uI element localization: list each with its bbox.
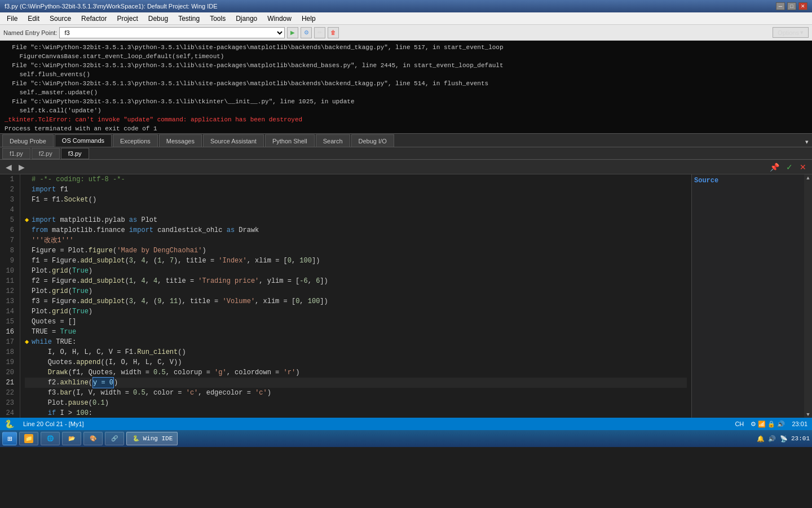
taskbar-paint[interactable]: 🎨 — [83, 432, 103, 445]
explorer-icon: 📁 — [24, 434, 33, 443]
menu-refactor[interactable]: Refactor — [77, 14, 111, 24]
options-button[interactable]: Options ▾ — [773, 27, 809, 38]
close-button[interactable]: ✕ — [798, 2, 807, 10]
tab-os-commands[interactable]: OS Commands — [55, 134, 112, 147]
output-line-5: File "c:\WinPython-32bit-3.5.1.3\python-… — [5, 79, 807, 88]
output-line-7: File "c:\WinPython-32bit-3.5.1.3\python-… — [5, 97, 807, 106]
maximize-button[interactable]: □ — [787, 2, 796, 10]
code-line-3: F1 = f1.Socket() — [25, 195, 687, 205]
named-entry-label: Named Entry Point: — [3, 29, 57, 36]
scroll-up-icon[interactable]: ▲ — [806, 176, 809, 181]
output-line-8: self.tk.call('update') — [5, 106, 807, 115]
tab-debug-probe[interactable]: Debug Probe — [2, 134, 54, 147]
python-icon: 🐍 — [5, 419, 14, 428]
file-tab-f2[interactable]: f2.py — [32, 148, 60, 159]
start-button[interactable]: ⊞ — [2, 432, 17, 445]
ln-1: 1 — [2, 174, 17, 185]
code-line-15: Quotes = [] — [25, 317, 687, 327]
code-line-12: Plot.grid(True) — [25, 286, 687, 296]
taskbar-explorer[interactable]: 📁 — [19, 432, 38, 445]
code-line-4 — [25, 205, 687, 215]
menu-tools[interactable]: Tools — [205, 14, 230, 24]
delete-button[interactable]: 🗑 — [328, 27, 339, 38]
code-line-21: f2.axhline(y = 0) — [25, 378, 687, 388]
file-tabs: f1.py f2.py f3.py — [0, 147, 812, 160]
tab-exceptions[interactable]: Exceptions — [113, 134, 158, 147]
toolbar: Named Entry Point: f3 ▶ ⚙ ✏ 🗑 Options ▾ — [0, 25, 812, 41]
code-line-11: f2 = Figure.add_subplot(1, 4, 4, title =… — [25, 276, 687, 286]
named-entry-select[interactable]: f3 — [59, 27, 285, 38]
status-line-info: Line 20 Col 21 - [My1] — [23, 421, 84, 427]
ln-13: 13 — [2, 296, 17, 306]
ln-5: 5 — [2, 215, 17, 225]
taskbar-network[interactable]: 🔗 — [105, 432, 124, 445]
scroll-down-icon[interactable]: ▼ — [806, 412, 809, 418]
code-line-19: Quotes.append((I, O, H, L, C, V)) — [25, 357, 687, 367]
code-line-5: ◆ import matplotlib.pylab as Plot — [25, 215, 687, 225]
file-tab-f1[interactable]: f1.py — [2, 148, 30, 159]
ln-11: 11 — [2, 276, 17, 286]
code-editor[interactable]: # -*- coding: utf-8 -*- import f1 F1 = f… — [20, 174, 691, 418]
menu-bar: File Edit Source Refactor Project Debug … — [0, 12, 812, 25]
chrome-icon: 🌐 — [46, 434, 55, 443]
code-line-6: from matplotlib.finance import candlesti… — [25, 225, 687, 235]
menu-edit[interactable]: Edit — [23, 14, 44, 24]
code-line-18: I, O, H, L, C, V = F1.Run_client() — [25, 347, 687, 357]
status-icons: ⚙ 📶 🔒 🔊 — [751, 421, 785, 428]
taskbar-python[interactable]: 🐍 Wing IDE — [126, 432, 178, 445]
panel-tabs-dropdown[interactable]: ▾ — [802, 137, 812, 147]
menu-help[interactable]: Help — [297, 14, 320, 24]
menu-django[interactable]: Django — [231, 14, 262, 24]
ln-19: 19 — [2, 357, 17, 367]
menu-testing[interactable]: Testing — [174, 14, 204, 24]
ln-16: 16 — [2, 327, 17, 337]
pin-button[interactable]: 📌 — [767, 161, 782, 173]
minimize-button[interactable]: ─ — [776, 2, 785, 10]
options-dropdown-icon: ▾ — [800, 29, 804, 36]
taskbar-right: 🔔 🔊 📡 23:01 — [757, 435, 810, 443]
code-line-23: Plot.pause(0.1) — [25, 398, 687, 408]
ln-7: 7 — [2, 235, 17, 246]
paint-icon: 🎨 — [89, 434, 98, 443]
pencil-button[interactable]: ✏ — [314, 27, 325, 38]
check-button[interactable]: ✓ — [784, 161, 795, 173]
code-line-7: '''改改1''' — [25, 235, 687, 246]
run-button[interactable]: ▶ — [287, 27, 298, 38]
python-task-icon: 🐍 — [131, 434, 140, 443]
options-label: Options — [778, 29, 799, 36]
menu-source[interactable]: Source — [45, 14, 76, 24]
menu-window[interactable]: Window — [263, 14, 296, 24]
ln-10: 10 — [2, 266, 17, 276]
ln-21: 21 — [2, 378, 17, 388]
title-bar-controls: ─ □ ✕ — [776, 2, 807, 10]
ln-20: 20 — [2, 367, 17, 378]
ln-9: 9 — [2, 256, 17, 266]
tab-search[interactable]: Search — [316, 134, 350, 147]
output-panel[interactable]: File "c:\WinPython-32bit-3.5.1.3\python-… — [0, 41, 812, 134]
debug-button[interactable]: ⚙ — [301, 27, 312, 38]
tab-python-shell[interactable]: Python Shell — [265, 134, 315, 147]
code-line-14: Plot.grid(True) — [25, 306, 687, 317]
menu-file[interactable]: File — [2, 14, 22, 24]
menu-debug[interactable]: Debug — [144, 14, 173, 24]
tab-source-assistant[interactable]: Source Assistant — [203, 134, 264, 147]
ln-3: 3 — [2, 195, 17, 205]
ln-24: 24 — [2, 408, 17, 418]
code-line-10: Plot.grid(True) — [25, 266, 687, 276]
next-button[interactable]: ▶ — [16, 161, 27, 173]
code-line-17: ◆ while TRUE: — [25, 337, 687, 347]
ln-17: 17 — [2, 337, 17, 347]
python-app-label: Wing IDE — [143, 435, 173, 442]
status-time: 23:01 — [792, 421, 807, 427]
prev-button[interactable]: ◀ — [3, 161, 14, 173]
taskbar: ⊞ 📁 🌐 📂 🎨 🔗 🐍 Wing IDE 🔔 🔊 📡 23:01 — [0, 430, 812, 447]
editor-scrollbar[interactable]: ▲ ▼ — [804, 174, 812, 418]
close-editor-button[interactable]: ✕ — [797, 161, 809, 173]
tab-debug-io[interactable]: Debug I/O — [351, 134, 394, 147]
taskbar-chrome[interactable]: 🌐 — [41, 432, 60, 445]
output-line-9: _tkinter.TclError: can't invoke "update"… — [5, 115, 807, 124]
menu-project[interactable]: Project — [112, 14, 142, 24]
taskbar-files[interactable]: 📂 — [62, 432, 81, 445]
tab-messages[interactable]: Messages — [159, 134, 202, 147]
file-tab-f3[interactable]: f3.py — [61, 148, 89, 159]
